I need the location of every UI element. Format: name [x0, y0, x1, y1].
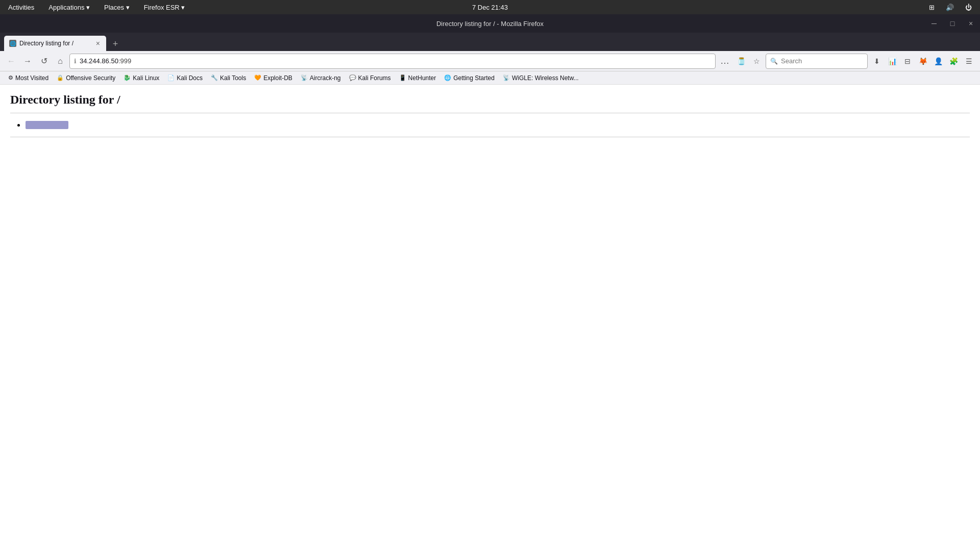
toolbar-right-icons: ⬇ 📊 ⊟ 🦊 👤 🧩 ☰	[870, 54, 976, 68]
lock-icon: ℹ	[74, 58, 77, 65]
window-title: Directory listing for / - Mozilla Firefo…	[436, 20, 544, 28]
bookmark-label: Getting Started	[453, 74, 495, 82]
bookmark-kali-tools[interactable]: 🔧 Kali Tools	[207, 73, 250, 83]
places-menu[interactable]: Places ▾	[101, 3, 133, 12]
toolbar-icons: 🫙 ☆	[734, 54, 764, 68]
page-content: Directory listing for / xxxxxxxxxxxx	[0, 85, 980, 145]
bookmark-label: Kali Forums	[358, 74, 391, 82]
browser-tab[interactable]: 🌐 Directory listing for / ×	[4, 36, 106, 51]
bookmark-aircrack[interactable]: 📡 Aircrack-ng	[297, 73, 345, 83]
kali-linux-icon: 🐉	[124, 74, 131, 81]
list-item: xxxxxxxxxxxx	[26, 119, 970, 131]
minimize-button[interactable]: ─	[925, 14, 943, 33]
bookmark-label: WiGLE: Wireless Netw...	[512, 74, 579, 82]
bookmark-kali-docs[interactable]: 📄 Kali Docs	[163, 73, 207, 83]
bookmark-most-visited[interactable]: ⚙ Most Visited	[4, 73, 53, 83]
bookmark-label: Aircrack-ng	[310, 74, 341, 82]
bookmarks-bar: ⚙ Most Visited 🔒 Offensive Security 🐉 Ka…	[0, 71, 980, 85]
offensive-security-icon: 🔒	[57, 74, 64, 81]
gnome-datetime: 7 Dec 21:43	[472, 4, 508, 11]
bookmark-kali-linux[interactable]: 🐉 Kali Linux	[119, 73, 163, 83]
wigle-icon: 📡	[503, 74, 510, 81]
maximize-button[interactable]: □	[943, 14, 962, 33]
profile-icon[interactable]: 👤	[931, 54, 945, 68]
bookmark-label: Kali Tools	[220, 74, 246, 82]
gnome-topbar-left: Activities Applications ▾ Places ▾ Firef…	[5, 3, 188, 12]
bookmark-offensive-security[interactable]: 🔒 Offensive Security	[53, 73, 119, 83]
directory-listing: xxxxxxxxxxxx	[26, 117, 970, 133]
more-options-button[interactable]: …	[718, 54, 732, 68]
close-button[interactable]: ×	[962, 14, 980, 33]
tab-favicon: 🌐	[9, 40, 16, 47]
hamburger-menu[interactable]: ☰	[962, 54, 976, 68]
bookmark-label: Kali Linux	[133, 74, 159, 82]
power-icon[interactable]: ⏻	[962, 3, 975, 12]
search-input[interactable]	[781, 57, 867, 65]
top-divider	[10, 113, 970, 113]
bookmark-nethunter[interactable]: 📱 NetHunter	[395, 73, 440, 83]
firefox-view-icon[interactable]: 🦊	[916, 54, 930, 68]
activities-button[interactable]: Activities	[5, 3, 37, 12]
download-icon[interactable]: ⬇	[870, 54, 884, 68]
bookmark-icon[interactable]: ☆	[749, 54, 764, 68]
firefox-tabbar: 🌐 Directory listing for / × +	[0, 33, 980, 51]
tab-close-button[interactable]: ×	[95, 39, 101, 48]
bookmark-label: Kali Docs	[177, 74, 203, 82]
reload-button[interactable]: ↺	[37, 54, 51, 68]
volume-icon[interactable]: 🔊	[943, 3, 957, 12]
window-controls: ─ □ ×	[925, 14, 980, 33]
page-title: Directory listing for /	[10, 93, 970, 107]
gnome-topbar: Activities Applications ▾ Places ▾ Firef…	[0, 0, 980, 14]
gnome-topbar-right: ⊞ 🔊 ⏻	[926, 3, 975, 12]
network-icon[interactable]: ⊞	[926, 3, 938, 12]
kali-tools-icon: 🔧	[211, 74, 218, 81]
search-bar[interactable]: 🔍	[766, 54, 868, 69]
search-icon: 🔍	[770, 58, 778, 65]
directory-link[interactable]: xxxxxxxxxxxx	[26, 121, 68, 129]
bookmark-kali-forums[interactable]: 💬 Kali Forums	[345, 73, 395, 83]
most-visited-icon: ⚙	[8, 74, 13, 81]
bookmark-label: Most Visited	[15, 74, 48, 82]
kali-forums-icon: 💬	[349, 74, 356, 81]
exploit-db-icon: 🧡	[254, 74, 261, 81]
address-bar[interactable]: ℹ 34.244.86.50:999	[69, 54, 716, 69]
address-text: 34.244.86.50:999	[80, 57, 711, 65]
bookmark-label: Offensive Security	[66, 74, 115, 82]
synced-tabs-icon[interactable]: 📊	[885, 54, 899, 68]
bookmark-wigle[interactable]: 📡 WiGLE: Wireless Netw...	[499, 73, 583, 83]
tab-title: Directory listing for /	[19, 40, 92, 47]
kali-docs-icon: 📄	[167, 74, 175, 81]
bookmark-getting-started[interactable]: 🌐 Getting Started	[440, 73, 499, 83]
bottom-divider	[10, 137, 970, 137]
split-view-icon[interactable]: ⊟	[900, 54, 915, 68]
forward-button[interactable]: →	[20, 54, 35, 68]
firefox-navbar: ← → ↺ ⌂ ℹ 34.244.86.50:999 … 🫙 ☆ 🔍 ⬇ 📊 ⊟…	[0, 51, 980, 71]
bookmark-label: NetHunter	[408, 74, 436, 82]
firefox-menu[interactable]: Firefox ESR ▾	[141, 3, 188, 12]
applications-menu[interactable]: Applications ▾	[45, 3, 93, 12]
firefox-titlebar: Directory listing for / - Mozilla Firefo…	[0, 14, 980, 33]
pocket-icon[interactable]: 🫙	[734, 54, 748, 68]
new-tab-button[interactable]: +	[108, 37, 122, 51]
back-button[interactable]: ←	[4, 54, 18, 68]
getting-started-icon: 🌐	[444, 74, 451, 81]
extension-icon[interactable]: 🧩	[946, 54, 961, 68]
nethunter-icon: 📱	[399, 74, 406, 81]
home-button[interactable]: ⌂	[53, 54, 67, 68]
bookmark-label: Exploit-DB	[263, 74, 292, 82]
aircrack-icon: 📡	[301, 74, 308, 81]
bookmark-exploit-db[interactable]: 🧡 Exploit-DB	[250, 73, 297, 83]
